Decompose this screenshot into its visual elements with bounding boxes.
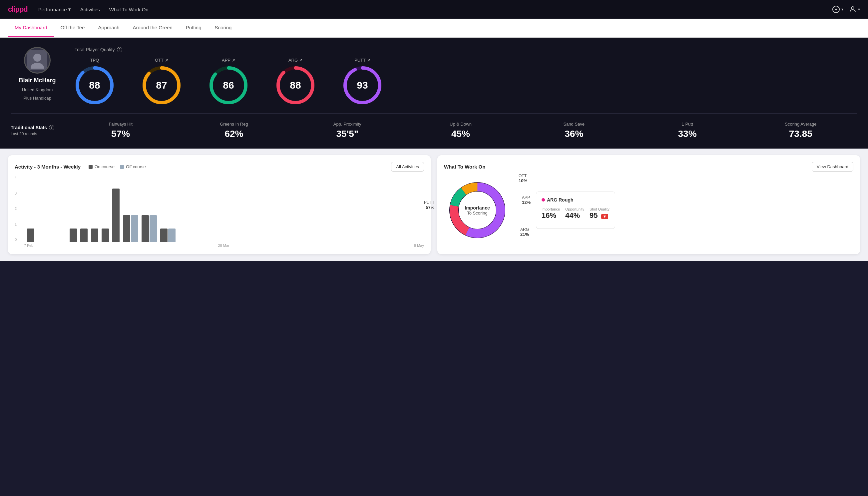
tab-off-the-tee[interactable]: Off the Tee (54, 19, 92, 37)
score-label-app: APP ↗ (222, 58, 235, 63)
tab-approach[interactable]: Approach (91, 19, 126, 37)
ring-value-ott: 87 (156, 80, 167, 91)
bar-group-3 (59, 241, 66, 242)
scores-section: Total Player Quality ? TPQ 88 OTT ↗ (75, 47, 857, 105)
nav-right: ▾ ▾ (832, 5, 860, 13)
total-quality-label: Total Player Quality ? (75, 47, 857, 52)
score-tpq: TPQ 88 (75, 58, 128, 105)
nav-performance[interactable]: Performance ▾ (38, 6, 71, 12)
importance-metric: Importance 16% (541, 207, 560, 220)
work-on-content: Importance To Scoring OTT 10% APP 12% AR… (444, 177, 853, 244)
shot-quality-metric: Shot Quality 95 ▼ (589, 207, 610, 220)
ring-value-app: 86 (223, 80, 234, 91)
player-name: Blair McHarg (19, 77, 56, 84)
donut-wrap: Importance To Scoring OTT 10% APP 12% AR… (444, 177, 510, 244)
off-course-legend: Off course (120, 164, 146, 169)
tab-scoring[interactable]: Scoring (208, 19, 238, 37)
score-label-tpq: TPQ (90, 58, 99, 63)
arg-pct: 21% (520, 232, 529, 237)
hero-section: Blair McHarg United Kingdom Plus Handica… (0, 37, 868, 149)
score-label-ott: OTT ↗ (155, 58, 168, 63)
stat-name-4: Sand Save (563, 122, 585, 127)
bar-empty-1 (38, 241, 45, 242)
putt-pct: 57% (424, 205, 434, 210)
bar-group-5 (80, 229, 88, 242)
y-label-0: 0 (15, 237, 17, 242)
work-on-card-header: What To Work On View Dashboard (444, 162, 853, 172)
bar-off-11 (168, 229, 175, 242)
ring-tpq: 88 (75, 65, 114, 105)
activity-card-header: Activity - 3 Months - Weekly On course O… (15, 162, 424, 172)
all-activities-button[interactable]: All Activities (391, 162, 424, 172)
ring-putt: 93 (343, 65, 382, 105)
stat-name-1: Greens In Reg (220, 122, 248, 127)
nav-what-to-work-on[interactable]: What To Work On (109, 7, 148, 12)
stat-name-0: Fairways Hit (109, 122, 132, 127)
shot-quality-label: Shot Quality (589, 207, 610, 211)
bar-on-10 (142, 215, 149, 242)
stat-name-5: 1 Putt (682, 122, 693, 127)
trend-icon: ↗ (299, 58, 302, 63)
bar-group-1 (38, 241, 45, 242)
stat-value-1: 62% (224, 128, 243, 139)
bar-chart-container: 4 3 2 1 0 7 Feb 28 Mar 9 May (15, 175, 424, 248)
add-button[interactable]: ▾ (832, 5, 843, 13)
x-label-feb: 7 Feb (24, 244, 33, 248)
arg-label: ARG 21% (520, 227, 529, 237)
stats-info-icon[interactable]: ? (49, 125, 54, 130)
arg-rough-info-card: ARG Rough Importance 16% Opportunity 44%… (536, 191, 615, 229)
bar-on-7 (101, 229, 109, 242)
bar-group-8 (112, 188, 120, 242)
user-menu-button[interactable]: ▾ (849, 5, 860, 13)
stat-1: Greens In Reg 62% (177, 122, 290, 139)
bar-group-10 (142, 215, 157, 242)
tabs-bar: My Dashboard Off the Tee Approach Around… (0, 19, 868, 37)
score-label-putt: PUTT ↗ (354, 58, 370, 63)
top-nav: clippd Performance ▾ Activities What To … (0, 0, 868, 19)
info-icon[interactable]: ? (117, 47, 122, 52)
y-label-2: 2 (15, 206, 17, 211)
off-course-dot (120, 165, 124, 169)
avatar (24, 47, 51, 74)
activity-card: Activity - 3 Months - Weekly On course O… (8, 155, 431, 254)
player-card: Blair McHarg United Kingdom Plus Handica… (11, 47, 64, 100)
stat-3: Up & Down 45% (404, 122, 517, 139)
x-label-mar: 28 Mar (218, 244, 229, 248)
logo: clippd (8, 5, 28, 14)
stat-name-2: App. Proximity (333, 122, 361, 127)
bar-empty-3 (59, 241, 66, 242)
stats-label-col: Traditional Stats ? Last 20 rounds (11, 125, 64, 136)
work-on-card: What To Work On View Dashboard (437, 155, 860, 254)
trend-icon: ↗ (165, 58, 168, 63)
nav-links: Performance ▾ Activities What To Work On (38, 6, 148, 12)
stat-0: Fairways Hit 57% (64, 122, 177, 139)
bar-on-9 (123, 215, 130, 242)
view-dashboard-button[interactable]: View Dashboard (812, 162, 853, 172)
bar-group-11 (160, 229, 175, 242)
donut-center-title: Importance (464, 205, 490, 211)
tab-putting[interactable]: Putting (179, 19, 208, 37)
bar-group-0 (27, 229, 34, 242)
app-pct: 12% (522, 200, 531, 205)
donut-chart: Importance To Scoring (444, 177, 510, 244)
y-label-1: 1 (15, 222, 17, 226)
score-ott: OTT ↗ 87 (128, 58, 195, 105)
stats-label: Traditional Stats ? (11, 125, 64, 130)
hero-top: Blair McHarg United Kingdom Plus Handica… (11, 47, 857, 105)
nav-activities[interactable]: Activities (80, 7, 100, 12)
stat-value-6: 73.85 (789, 128, 812, 139)
app-label: APP 12% (522, 195, 531, 205)
nav-activities-label: Activities (80, 7, 100, 12)
stat-4: Sand Save 36% (517, 122, 631, 139)
work-on-card-title: What To Work On (444, 164, 485, 170)
bar-on-4 (69, 229, 77, 242)
ring-ott: 87 (142, 65, 182, 105)
stat-value-5: 33% (678, 128, 697, 139)
tab-my-dashboard[interactable]: My Dashboard (8, 19, 54, 37)
bar-chart: 4 3 2 1 0 (15, 175, 424, 242)
stat-name-6: Scoring Average (785, 122, 816, 127)
tab-around-the-green[interactable]: Around the Green (126, 19, 179, 37)
bar-off-9 (131, 215, 138, 242)
info-metrics: Importance 16% Opportunity 44% Shot Qual… (541, 207, 610, 220)
bar-off-10 (149, 215, 157, 242)
